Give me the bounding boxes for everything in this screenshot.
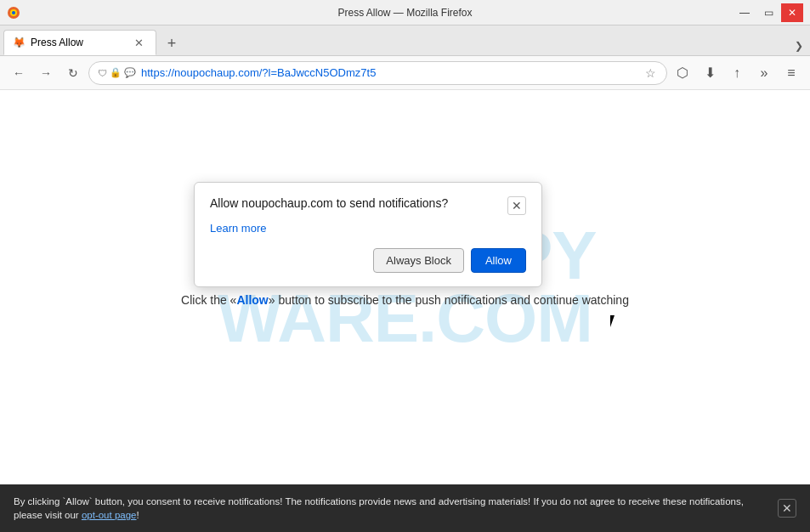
- firefox-logo: [7, 6, 20, 20]
- bottom-bar-close-button[interactable]: ✕: [778, 499, 796, 518]
- maximize-button[interactable]: ▭: [757, 3, 779, 22]
- active-tab[interactable]: 🦊 Press Allow ✕: [3, 30, 156, 55]
- address-right-icons: ☆: [643, 65, 658, 82]
- page-content: Click the «Allow» button to subscribe to…: [0, 90, 810, 484]
- window-title: Press Allow — Mozilla Firefox: [337, 7, 472, 19]
- bottom-notification-bar: By clicking `Allow` button, you consent …: [0, 484, 810, 532]
- address-bar[interactable]: 🛡 🔒 💬 https://noupochaup.com/?l=BaJwccN5…: [88, 61, 667, 85]
- security-shield-icon: 🛡: [98, 68, 107, 78]
- reload-button[interactable]: ↻: [61, 61, 85, 85]
- share-button[interactable]: ↑: [725, 61, 749, 85]
- always-block-button[interactable]: Always Block: [373, 248, 464, 273]
- tab-list-chevron[interactable]: ❯: [791, 37, 807, 55]
- popup-title: Allow noupochaup.com to send notificatio…: [210, 196, 448, 210]
- popup-close-button[interactable]: ✕: [507, 196, 526, 215]
- titlebar: Press Allow — Mozilla Firefox — ▭ ✕: [0, 0, 810, 25]
- allow-button[interactable]: Allow: [471, 248, 526, 273]
- bookmark-button[interactable]: ☆: [643, 65, 658, 82]
- new-tab-button[interactable]: +: [160, 31, 184, 55]
- address-security-icons: 🛡 🔒 💬: [98, 67, 136, 78]
- instruction-text: Click the «Allow» button to subscribe to…: [181, 293, 629, 307]
- titlebar-left: [7, 6, 20, 20]
- titlebar-controls: — ▭ ✕: [734, 3, 803, 22]
- svg-point-2: [12, 11, 15, 14]
- close-button[interactable]: ✕: [781, 3, 803, 22]
- bottom-bar-text: By clicking `Allow` button, you consent …: [14, 495, 771, 522]
- back-button[interactable]: ←: [7, 61, 31, 85]
- url-display: https://noupochaup.com/?l=BaJwccN5ODmz7t…: [141, 66, 638, 79]
- opt-out-link[interactable]: opt-out page: [82, 510, 137, 520]
- content-area: MYANTISPY WARE.COM Click the «Allow» but…: [0, 90, 810, 484]
- bottom-bar-message-end: !: [137, 510, 139, 520]
- menu-button[interactable]: ≡: [779, 61, 803, 85]
- pocket-button[interactable]: ⬡: [671, 61, 694, 85]
- extensions-button[interactable]: »: [752, 61, 776, 85]
- tabbar: 🦊 Press Allow ✕ + ❯: [0, 25, 810, 56]
- tab-close-button[interactable]: ✕: [131, 35, 147, 51]
- minimize-button[interactable]: —: [734, 3, 756, 22]
- notification-permission-icon: 💬: [124, 67, 136, 78]
- download-button[interactable]: ⬇: [698, 61, 722, 85]
- popup-buttons: Always Block Allow: [210, 248, 526, 273]
- popup-header: Allow noupochaup.com to send notificatio…: [210, 196, 526, 215]
- notification-popup: Allow noupochaup.com to send notificatio…: [194, 182, 542, 287]
- learn-more-link[interactable]: Learn more: [210, 222, 526, 235]
- tab-label: Press Allow: [31, 37, 126, 48]
- tab-favicon: 🦊: [13, 37, 25, 48]
- navbar: ← → ↻ 🛡 🔒 💬 https://noupochaup.com/?l=Ba…: [0, 56, 810, 90]
- lock-icon: 🔒: [110, 67, 122, 78]
- forward-button[interactable]: →: [34, 61, 58, 85]
